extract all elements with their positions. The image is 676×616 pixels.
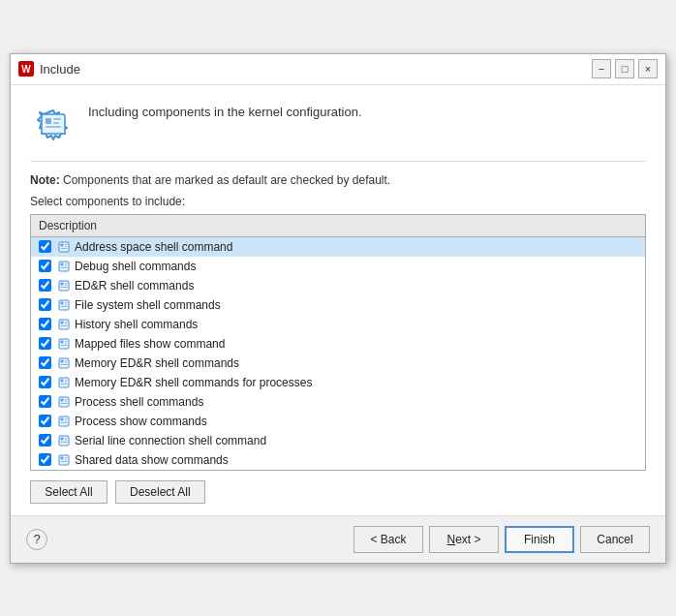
item-checkbox[interactable] bbox=[39, 337, 51, 350]
description-column-header: Description bbox=[39, 219, 97, 232]
svg-rect-3 bbox=[46, 118, 51, 124]
list-item[interactable]: Serial line connection shell command bbox=[31, 431, 645, 450]
svg-rect-37 bbox=[59, 358, 69, 368]
header-icon-area bbox=[30, 101, 77, 147]
next-label-underline: N bbox=[446, 533, 455, 546]
svg-rect-40 bbox=[65, 362, 67, 363]
svg-rect-25 bbox=[65, 304, 67, 305]
svg-rect-42 bbox=[59, 378, 69, 387]
deselect-all-button[interactable]: Deselect All bbox=[115, 480, 205, 504]
item-label: Shared data show commands bbox=[75, 453, 229, 467]
component-icon bbox=[57, 318, 71, 331]
svg-rect-48 bbox=[61, 398, 64, 401]
item-checkbox[interactable] bbox=[39, 240, 51, 253]
item-checkbox[interactable] bbox=[39, 279, 51, 292]
svg-rect-56 bbox=[61, 422, 68, 423]
svg-rect-30 bbox=[65, 323, 67, 324]
next-button[interactable]: Next > bbox=[429, 526, 499, 553]
svg-rect-63 bbox=[61, 456, 64, 459]
item-checkbox[interactable] bbox=[39, 260, 51, 272]
header-description: Including components in the kernel confi… bbox=[88, 101, 362, 119]
svg-rect-54 bbox=[65, 418, 68, 419]
cancel-button[interactable]: Cancel bbox=[580, 526, 650, 553]
component-icon bbox=[57, 434, 71, 447]
list-item[interactable]: Process show commands bbox=[31, 412, 645, 431]
footer-left: ? bbox=[26, 529, 47, 550]
svg-rect-5 bbox=[53, 122, 59, 124]
component-icon bbox=[57, 376, 71, 389]
back-label: < Back bbox=[370, 533, 406, 546]
select-all-button[interactable]: Select All bbox=[30, 480, 108, 504]
maximize-button[interactable]: □ bbox=[615, 59, 634, 78]
list-item[interactable]: Memory ED&R shell commands bbox=[31, 354, 645, 373]
list-item[interactable]: Mapped files show command bbox=[31, 334, 645, 354]
list-item[interactable]: Process shell commands bbox=[31, 392, 645, 412]
list-item[interactable]: Debug shell commands bbox=[31, 257, 645, 276]
svg-rect-14 bbox=[65, 263, 68, 264]
item-checkbox[interactable] bbox=[39, 318, 51, 330]
list-item[interactable]: Memory ED&R shell commands for processes bbox=[31, 373, 645, 392]
item-checkbox[interactable] bbox=[39, 356, 51, 369]
svg-rect-44 bbox=[65, 380, 68, 381]
item-label: Address space shell command bbox=[75, 240, 232, 254]
svg-rect-15 bbox=[65, 265, 67, 266]
item-checkbox[interactable] bbox=[39, 298, 51, 311]
svg-rect-33 bbox=[61, 340, 64, 343]
svg-rect-65 bbox=[65, 459, 67, 460]
back-button[interactable]: < Back bbox=[353, 526, 423, 553]
item-checkbox[interactable] bbox=[39, 434, 51, 447]
list-body[interactable]: Address space shell command Debug shell … bbox=[31, 237, 645, 470]
list-item[interactable]: Shared data show commands bbox=[31, 450, 645, 470]
item-label: Process show commands bbox=[75, 415, 207, 428]
close-button[interactable]: × bbox=[638, 59, 658, 78]
list-item[interactable]: ED&R shell commands bbox=[31, 276, 645, 295]
svg-rect-36 bbox=[61, 345, 68, 346]
svg-rect-17 bbox=[59, 281, 69, 291]
svg-rect-39 bbox=[65, 360, 68, 361]
list-item[interactable]: File system shell commands bbox=[31, 295, 645, 315]
minimize-button[interactable]: − bbox=[592, 59, 611, 78]
window-controls: − □ × bbox=[592, 59, 658, 78]
item-checkbox[interactable] bbox=[39, 415, 51, 427]
item-checkbox[interactable] bbox=[39, 453, 51, 466]
list-item[interactable]: Address space shell command bbox=[31, 237, 645, 257]
svg-rect-2 bbox=[42, 114, 65, 134]
footer: ? < Back Next > Finish Cancel bbox=[11, 515, 665, 563]
components-list-container: Description Address space shell command … bbox=[30, 214, 646, 471]
item-checkbox[interactable] bbox=[39, 395, 51, 408]
svg-rect-59 bbox=[65, 438, 68, 439]
component-icon bbox=[57, 260, 71, 273]
cancel-label: Cancel bbox=[597, 533, 632, 546]
svg-rect-61 bbox=[61, 442, 68, 443]
svg-rect-49 bbox=[65, 399, 68, 400]
svg-rect-8 bbox=[61, 243, 64, 246]
svg-rect-20 bbox=[65, 285, 67, 286]
window-title: Include bbox=[40, 62, 592, 77]
svg-rect-16 bbox=[61, 267, 68, 268]
item-label: Debug shell commands bbox=[75, 260, 196, 273]
item-label: Memory ED&R shell commands for processes bbox=[75, 376, 312, 389]
main-window: W Include − □ × bbox=[10, 53, 666, 564]
component-icon bbox=[57, 240, 71, 254]
title-bar: W Include − □ × bbox=[11, 54, 665, 85]
next-label-rest: ext > bbox=[455, 533, 480, 546]
item-checkbox[interactable] bbox=[39, 376, 51, 388]
content-area: Including components in the kernel confi… bbox=[11, 85, 665, 515]
svg-rect-29 bbox=[65, 322, 68, 323]
svg-rect-43 bbox=[61, 379, 64, 382]
svg-rect-26 bbox=[61, 306, 68, 307]
svg-rect-10 bbox=[65, 246, 67, 247]
header-section: Including components in the kernel confi… bbox=[30, 101, 646, 147]
finish-button[interactable]: Finish bbox=[505, 526, 574, 553]
footer-right: < Back Next > Finish Cancel bbox=[353, 526, 650, 553]
svg-rect-66 bbox=[61, 461, 68, 462]
svg-rect-53 bbox=[61, 417, 64, 420]
svg-rect-32 bbox=[59, 339, 69, 349]
svg-rect-22 bbox=[59, 300, 69, 310]
list-header: Description bbox=[31, 215, 645, 237]
svg-rect-4 bbox=[53, 118, 61, 120]
help-button[interactable]: ? bbox=[26, 529, 47, 550]
svg-rect-34 bbox=[65, 341, 68, 342]
list-item[interactable]: History shell commands bbox=[31, 315, 645, 334]
item-label: Process shell commands bbox=[75, 395, 203, 409]
